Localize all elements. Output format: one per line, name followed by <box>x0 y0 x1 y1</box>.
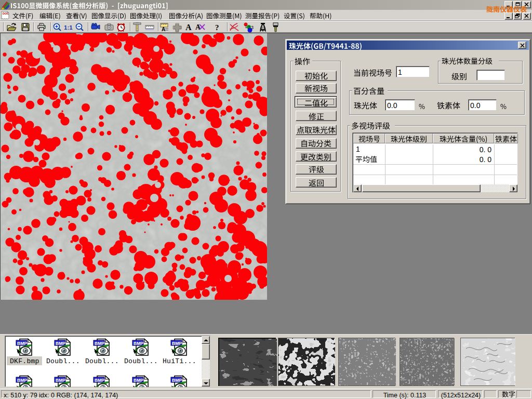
svg-text:BMP: BMP <box>134 378 143 383</box>
svg-text:DOC: DOC <box>3 12 9 15</box>
svg-text:1:1: 1:1 <box>64 24 73 31</box>
svg-text:3: 3 <box>251 25 254 30</box>
svg-text:BMP: BMP <box>56 378 65 383</box>
svg-text:?: ? <box>215 23 219 32</box>
svg-text:A: A <box>185 23 192 32</box>
svg-text:A: A <box>162 26 165 32</box>
svg-text:BMP: BMP <box>17 378 27 383</box>
svg-text:BMP: BMP <box>172 341 182 346</box>
svg-text:BMP: BMP <box>95 341 104 346</box>
svg-text:BMP: BMP <box>56 341 65 346</box>
svg-text:BMP: BMP <box>134 341 143 346</box>
svg-text:BMP: BMP <box>17 341 27 346</box>
svg-text:BMP: BMP <box>172 378 182 383</box>
svg-text:BMP: BMP <box>95 378 104 383</box>
